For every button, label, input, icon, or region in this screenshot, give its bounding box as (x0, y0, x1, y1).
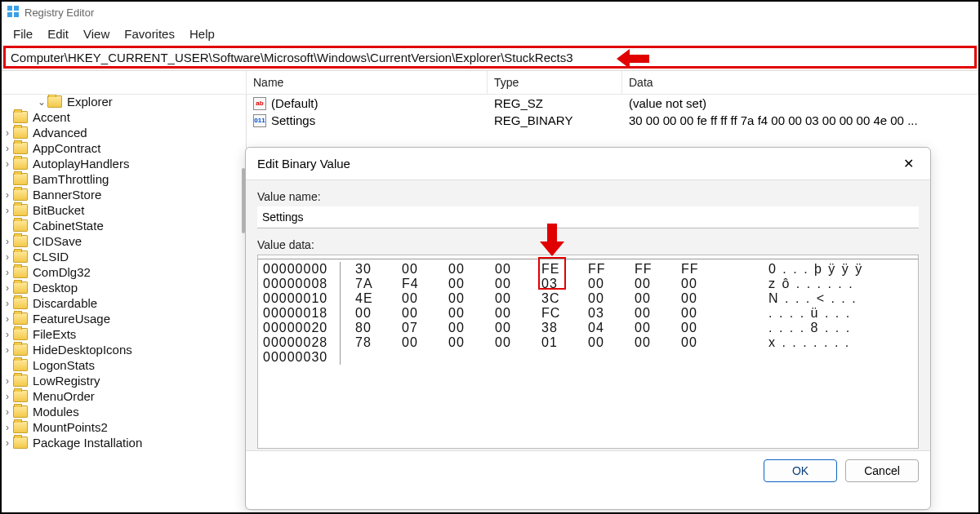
annotation-arrow-address (617, 47, 649, 73)
chevron-right-icon[interactable]: › (2, 143, 13, 154)
col-name[interactable]: Name (247, 71, 488, 94)
annotation-highlight-byte (538, 257, 566, 290)
tree-node[interactable]: Accent (2, 110, 246, 126)
address-bar[interactable]: Computer\HKEY_CURRENT_USER\Software\Micr… (3, 46, 977, 69)
folder-icon (13, 359, 28, 371)
folder-icon (13, 312, 28, 325)
tree-node-explorer[interactable]: ⌄ Explorer (2, 95, 246, 110)
tree-node[interactable]: ›ComDlg32 (2, 265, 246, 281)
tree-node[interactable]: ›BannerStore (2, 188, 246, 203)
folder-icon (13, 188, 28, 201)
app-icon (7, 5, 20, 20)
chevron-right-icon[interactable]: › (2, 282, 13, 294)
folder-icon (13, 374, 28, 387)
chevron-right-icon[interactable]: › (2, 375, 13, 387)
folder-icon (13, 297, 28, 309)
tree-panel[interactable]: ⌄ Explorer Accent›Advanced›AppContract›A… (2, 95, 247, 509)
chevron-right-icon[interactable]: › (2, 329, 13, 340)
col-data[interactable]: Data (622, 71, 978, 94)
col-type[interactable]: Type (488, 71, 622, 94)
folder-icon (13, 328, 28, 340)
folder-icon (13, 204, 28, 216)
menu-edit[interactable]: Edit (47, 27, 69, 41)
edit-binary-dialog: Edit Binary Value ✕ Value name: Value da… (245, 147, 931, 510)
tree-node[interactable]: ›AppContract (2, 141, 246, 157)
svg-rect-3 (14, 12, 19, 17)
folder-icon (13, 142, 28, 154)
tree-node[interactable]: ›Desktop (2, 281, 246, 296)
folder-icon (13, 405, 28, 418)
tree-node[interactable]: ›CLSID (2, 250, 246, 265)
chevron-right-icon[interactable]: › (2, 127, 13, 139)
tree-node[interactable]: ›Advanced (2, 126, 246, 141)
chevron-right-icon[interactable]: › (2, 298, 13, 309)
chevron-right-icon[interactable]: › (2, 267, 13, 278)
svg-marker-5 (540, 224, 564, 256)
tree-node[interactable]: BamThrottling (2, 172, 246, 188)
window-title: Registry Editor (24, 7, 94, 19)
string-value-icon: ab (253, 97, 266, 110)
folder-icon (13, 436, 28, 449)
hex-row[interactable]: 000000208007000038040000. . . . 8 . . . (263, 321, 913, 335)
chevron-right-icon[interactable]: › (2, 406, 13, 418)
svg-rect-0 (7, 6, 12, 11)
chevron-right-icon[interactable]: › (2, 189, 13, 201)
chevron-right-icon[interactable]: › (2, 391, 13, 402)
chevron-down-icon[interactable]: ⌄ (36, 96, 47, 108)
chevron-right-icon[interactable]: › (2, 422, 13, 433)
value-row[interactable]: ab(Default)REG_SZ(value not set) (247, 95, 978, 112)
folder-icon (13, 421, 28, 433)
folder-icon (13, 111, 28, 123)
chevron-right-icon[interactable]: › (2, 236, 13, 247)
tree-node[interactable]: CabinetState (2, 219, 246, 234)
value-name-label: Value name: (257, 190, 919, 203)
svg-rect-1 (14, 6, 19, 11)
close-icon[interactable]: ✕ (898, 156, 919, 171)
dialog-title: Edit Binary Value (257, 157, 350, 171)
tree-node[interactable]: ›CIDSave (2, 234, 246, 250)
tree-node[interactable]: ›Modules (2, 405, 246, 420)
tree-node[interactable]: ›Discardable (2, 296, 246, 312)
tree-node[interactable]: ›BitBucket (2, 203, 246, 219)
chevron-right-icon[interactable]: › (2, 344, 13, 356)
binary-value-icon: 011 (253, 114, 266, 127)
list-columns-header: Name Type Data (2, 70, 978, 95)
hex-row[interactable]: 000000287800000001000000x . . . . . . . (263, 335, 913, 350)
chevron-right-icon[interactable]: › (2, 437, 13, 449)
menu-file[interactable]: File (13, 27, 33, 41)
tree-node[interactable]: ›Package Installation (2, 436, 246, 451)
hex-row[interactable]: 00000030 (263, 350, 913, 365)
window-titlebar: Registry Editor (2, 2, 978, 24)
menu-help[interactable]: Help (189, 27, 215, 41)
hex-row[interactable]: 000000087AF4000003000000z ô . . . . . . (263, 277, 913, 291)
tree-node[interactable]: ›FileExts (2, 327, 246, 343)
tree-node[interactable]: ›AutoplayHandlers (2, 157, 246, 172)
tree-node[interactable]: ›LowRegistry (2, 374, 246, 389)
annotation-arrow-hex (538, 224, 566, 259)
hex-row[interactable]: 000000104E0000003C000000N . . . < . . . (263, 291, 913, 306)
folder-icon (13, 235, 28, 247)
chevron-right-icon[interactable]: › (2, 205, 13, 216)
tree-node[interactable]: ›HideDesktopIcons (2, 343, 246, 358)
tree-node[interactable]: ›FeatureUsage (2, 312, 246, 327)
value-row[interactable]: 011SettingsREG_BINARY30 00 00 00 fe ff f… (247, 112, 978, 129)
chevron-right-icon[interactable]: › (2, 313, 13, 325)
folder-icon (13, 390, 28, 402)
chevron-right-icon[interactable]: › (2, 158, 13, 170)
tree-node[interactable]: ›MountPoints2 (2, 420, 246, 436)
folder-icon (47, 95, 62, 108)
hex-row[interactable]: 0000000030000000FEFFFFFF0 . . . þ ÿ ÿ ÿ (263, 262, 913, 277)
menu-favorites[interactable]: Favorites (124, 27, 175, 41)
cancel-button[interactable]: Cancel (845, 459, 919, 482)
tree-node[interactable]: LogonStats (2, 358, 246, 374)
hex-row[interactable]: 0000001800000000FC030000. . . . ü . . . (263, 306, 913, 321)
tree-node[interactable]: ›MenuOrder (2, 389, 246, 405)
value-name-input[interactable] (257, 206, 919, 228)
hex-editor[interactable]: 0000000030000000FEFFFFFF0 . . . þ ÿ ÿ ÿ0… (257, 255, 919, 449)
svg-rect-2 (7, 12, 12, 17)
ok-button[interactable]: OK (764, 459, 837, 482)
address-text: Computer\HKEY_CURRENT_USER\Software\Micr… (11, 51, 573, 64)
menu-view[interactable]: View (83, 27, 109, 41)
chevron-right-icon[interactable]: › (2, 251, 13, 263)
menu-bar: File Edit View Favorites Help (2, 24, 978, 46)
